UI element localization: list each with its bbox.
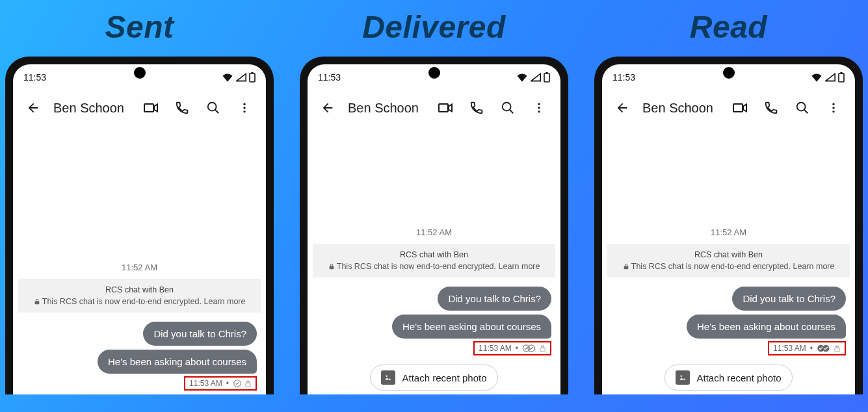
svg-point-22	[832, 103, 834, 105]
sent-message-2[interactable]: He's been asking about courses	[98, 350, 257, 374]
sent-message-2[interactable]: He's been asking about courses	[392, 315, 551, 339]
svg-point-6	[243, 110, 245, 112]
attach-photo-label: Attach recent photo	[696, 372, 781, 383]
column-delivered: Delivered 11:53 Ben Schoon	[300, 0, 568, 394]
column-title-delivered: Delivered	[362, 9, 506, 45]
svg-point-27	[681, 376, 682, 377]
svg-rect-8	[544, 73, 549, 82]
battery-icon	[544, 72, 550, 83]
screen: 11:53 Ben Schoon	[13, 64, 266, 394]
svg-point-24	[832, 110, 834, 112]
column-sent: Sent 11:53 Ben Schoon	[5, 0, 274, 394]
sent-message-2[interactable]: He's been asking about courses	[687, 315, 846, 339]
sent-check-icon	[233, 379, 242, 388]
sent-message-1[interactable]: Did you talk to Chris?	[438, 287, 551, 311]
column-title-sent: Sent	[105, 9, 174, 45]
back-button[interactable]	[611, 97, 633, 119]
message-timestamp: 11:53 AM	[479, 344, 512, 353]
svg-point-2	[208, 103, 217, 111]
date-separator: 11:52 AM	[607, 227, 850, 237]
svg-point-23	[832, 107, 834, 109]
svg-point-13	[538, 107, 540, 109]
lock-icon	[834, 345, 841, 352]
image-icon	[676, 370, 690, 385]
back-button[interactable]	[22, 97, 44, 119]
svg-rect-9	[546, 72, 548, 73]
read-double-check-filled-icon	[817, 344, 831, 353]
sent-message-1[interactable]: Did you talk to Chris?	[732, 287, 846, 311]
app-header: Ben Schoon	[308, 85, 560, 127]
app-header: Ben Schoon	[13, 85, 266, 127]
lock-icon	[539, 345, 546, 352]
battery-icon	[249, 72, 256, 83]
rcs-banner: RCS chat with Ben This RCS chat is now e…	[607, 244, 850, 277]
contact-name[interactable]: Ben Schoon	[348, 101, 428, 116]
attach-photo-label: Attach recent photo	[402, 372, 486, 383]
svg-line-21	[804, 110, 808, 114]
rcs-banner-line1: RCS chat with Ben	[614, 249, 843, 261]
lock-icon	[328, 263, 335, 270]
video-call-button[interactable]	[140, 97, 162, 119]
video-call-button[interactable]	[729, 97, 751, 119]
rcs-banner-line1: RCS chat with Ben	[25, 284, 254, 296]
column-read: Read 11:53 Ben Schoon	[594, 0, 863, 394]
signal-icon	[236, 73, 246, 82]
status-highlight-box: 11:53 AM •	[184, 376, 257, 391]
delivered-double-check-icon	[522, 344, 536, 353]
image-icon	[381, 370, 395, 385]
svg-point-10	[503, 103, 511, 111]
back-button[interactable]	[317, 97, 339, 119]
chat-area: 11:52 AM RCS chat with Ben This RCS chat…	[308, 127, 560, 394]
sent-message-1[interactable]: Did you talk to Chris?	[143, 322, 257, 346]
svg-line-3	[215, 110, 219, 114]
chat-area: 11:52 AM RCS chat with Ben This RCS chat…	[602, 127, 855, 394]
search-button[interactable]	[497, 97, 519, 119]
camera-cutout	[134, 67, 146, 79]
status-highlight-box: 11:53 AM •	[473, 341, 551, 355]
more-menu-button[interactable]	[233, 97, 256, 119]
contact-name[interactable]: Ben Schoon	[53, 101, 133, 116]
more-menu-button[interactable]	[822, 97, 845, 119]
svg-point-12	[538, 103, 540, 105]
status-time: 11:53	[318, 72, 341, 83]
rcs-banner: RCS chat with Ben This RCS chat is now e…	[18, 279, 261, 313]
attach-photo-chip[interactable]: Attach recent photo	[664, 365, 792, 391]
date-separator: 11:52 AM	[313, 227, 555, 237]
rcs-banner-line2: This RCS chat is now end-to-end encrypte…	[25, 296, 254, 307]
rcs-banner-line1: RCS chat with Ben	[319, 249, 549, 261]
phone-frame: 11:53 Ben Schoon	[300, 57, 568, 394]
lock-icon	[244, 380, 252, 387]
wifi-icon	[222, 73, 233, 82]
status-icons	[222, 72, 256, 83]
status-time: 11:53	[612, 72, 635, 83]
svg-rect-18	[839, 73, 844, 82]
status-time: 11:53	[23, 72, 46, 83]
video-call-button[interactable]	[434, 97, 456, 119]
svg-rect-1	[252, 72, 254, 73]
phone-frame: 11:53 Ben Schoon	[5, 57, 274, 394]
date-separator: 11:52 AM	[18, 263, 261, 272]
column-title-read: Read	[690, 9, 767, 45]
voice-call-button[interactable]	[760, 97, 782, 119]
svg-point-17	[386, 376, 388, 377]
learn-more-link[interactable]: Learn more	[204, 297, 246, 306]
more-menu-button[interactable]	[528, 97, 550, 119]
wifi-icon	[516, 73, 528, 82]
camera-cutout	[723, 67, 735, 79]
contact-name[interactable]: Ben Schoon	[642, 101, 722, 116]
message-timestamp: 11:53 AM	[773, 344, 806, 353]
svg-point-4	[243, 103, 245, 105]
signal-icon	[825, 73, 835, 82]
app-header: Ben Schoon	[602, 85, 855, 127]
search-button[interactable]	[791, 97, 813, 119]
voice-call-button[interactable]	[171, 97, 193, 119]
voice-call-button[interactable]	[466, 97, 488, 119]
wifi-icon	[811, 73, 822, 82]
camera-cutout	[428, 67, 440, 79]
learn-more-link[interactable]: Learn more	[793, 262, 835, 271]
status-icons	[516, 72, 550, 83]
learn-more-link[interactable]: Learn more	[499, 262, 540, 271]
attach-photo-chip[interactable]: Attach recent photo	[370, 365, 497, 391]
rcs-banner-line2: This RCS chat is now end-to-end encrypte…	[614, 261, 843, 272]
search-button[interactable]	[202, 97, 224, 119]
